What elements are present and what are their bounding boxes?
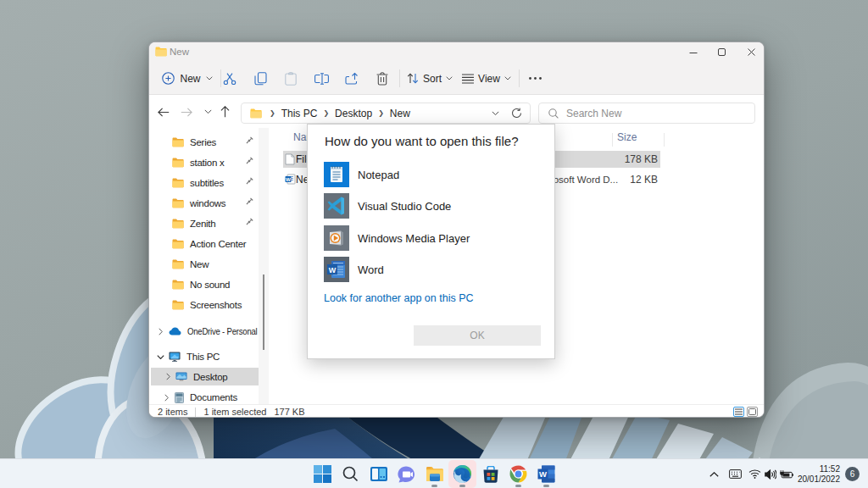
refresh-button[interactable] — [511, 108, 522, 119]
sidebar-item-series[interactable]: Series — [149, 132, 259, 152]
column-divider[interactable] — [664, 133, 665, 147]
tray-date: 20/01/2022 — [798, 474, 840, 485]
folder-icon — [172, 178, 184, 188]
sidebar-item-label: No sound — [190, 280, 230, 290]
thumbnail-view-toggle[interactable] — [747, 407, 758, 417]
chat-button[interactable] — [392, 460, 420, 488]
chevron-right-icon[interactable] — [156, 327, 164, 336]
notification-badge[interactable]: 6 — [845, 467, 860, 481]
sidebar-item-screenshots[interactable]: Screenshots — [149, 295, 259, 315]
app-option-notepad[interactable]: Notepad — [324, 162, 399, 187]
status-bar: 2 items 1 item selected 177 KB — [149, 404, 764, 418]
word-icon: W — [324, 257, 349, 282]
view-button[interactable]: View — [459, 68, 514, 89]
taskbar-clock[interactable]: 11:52 20/01/2022 — [798, 464, 840, 485]
more-options-button[interactable] — [522, 68, 548, 89]
word-taskbar-icon: W — [537, 465, 555, 483]
minimize-button[interactable] — [680, 42, 707, 62]
copy-button[interactable] — [248, 68, 272, 89]
navigation-pane: Series station x subtitles windows Zenit — [149, 128, 259, 404]
share-button[interactable] — [340, 68, 364, 89]
sidebar-item-subtitles[interactable]: subtitles — [149, 173, 259, 193]
maximize-button[interactable] — [708, 42, 735, 62]
back-button[interactable] — [156, 104, 171, 119]
sidebar-item-label: Screenshots — [190, 300, 242, 310]
chrome-button[interactable] — [504, 460, 532, 488]
item-count: 2 items — [158, 407, 187, 417]
search-button[interactable] — [337, 460, 364, 488]
volume-icon[interactable] — [764, 469, 777, 480]
wifi-icon[interactable] — [748, 469, 761, 479]
sidebar-item-windows[interactable]: windows — [149, 193, 259, 214]
app-name: Notepad — [358, 169, 399, 181]
sidebar-item-no-sound[interactable]: No sound — [149, 274, 259, 295]
sidebar-item-new[interactable]: New — [149, 254, 259, 274]
app-option-vscode[interactable]: Visual Studio Code — [324, 193, 451, 219]
folder-icon — [172, 137, 184, 147]
close-button[interactable] — [737, 42, 765, 62]
rename-button[interactable] — [309, 68, 333, 89]
svg-text:W: W — [539, 469, 547, 479]
sidebar-item-label: Desktop — [193, 372, 227, 382]
column-divider[interactable] — [612, 133, 613, 147]
cut-button[interactable] — [218, 68, 242, 89]
chevron-right-icon[interactable] — [162, 393, 170, 402]
search-box[interactable]: Search New — [538, 103, 755, 124]
window-title: New — [170, 47, 189, 57]
battery-icon[interactable] — [779, 469, 793, 479]
word-button[interactable]: W — [532, 460, 560, 488]
copy-icon — [254, 72, 267, 86]
look-for-another-app-link[interactable]: Look for another app on this PC — [324, 292, 474, 304]
sidebar-item-label: New — [190, 259, 209, 269]
delete-button[interactable] — [370, 68, 394, 89]
ellipsis-icon — [529, 77, 542, 80]
start-button[interactable] — [309, 460, 337, 488]
paste-button[interactable] — [279, 68, 303, 89]
chevron-down-icon — [504, 76, 511, 80]
sidebar-item-label: windows — [190, 198, 225, 208]
column-header-size[interactable]: Size — [617, 131, 637, 147]
rename-icon — [314, 73, 329, 85]
breadcrumb-desktop[interactable]: Desktop — [335, 108, 372, 119]
sidebar-item-label: Series — [190, 137, 216, 147]
task-view-button[interactable] — [364, 460, 392, 488]
up-button[interactable] — [217, 104, 232, 119]
edge-button[interactable] — [448, 460, 476, 488]
new-button[interactable]: New — [160, 68, 214, 89]
navigation-scrollbar[interactable] — [259, 128, 269, 404]
sort-button[interactable]: Sort — [403, 68, 456, 89]
file-size: 178 KB — [625, 153, 658, 165]
chevron-down-icon[interactable] — [156, 352, 164, 361]
touch-keyboard-icon[interactable] — [729, 469, 742, 479]
sidebar-item-action-center[interactable]: Action Center — [149, 234, 259, 254]
address-dropdown-chevron[interactable] — [492, 111, 499, 116]
selection-size: 177 KB — [274, 407, 304, 417]
window-titlebar: New — [149, 42, 764, 62]
details-view-toggle[interactable] — [733, 407, 744, 417]
command-bar: New Sort View — [149, 62, 764, 95]
toolbar-separator — [519, 69, 520, 87]
forward-button[interactable] — [179, 104, 194, 119]
sidebar-item-onedrive[interactable]: OneDrive - Personal — [149, 321, 259, 341]
store-button[interactable] — [476, 460, 504, 488]
sidebar-item-station-x[interactable]: station x — [149, 152, 259, 173]
sidebar-item-documents[interactable]: Documents — [149, 387, 259, 404]
sidebar-item-zenith[interactable]: Zenith — [149, 214, 259, 234]
file-explorer-button[interactable] — [420, 460, 448, 488]
paste-icon — [285, 72, 297, 86]
address-bar[interactable]: ❯ This PC ❯ Desktop ❯ New — [241, 103, 531, 124]
chevron-right-icon[interactable] — [164, 373, 172, 381]
app-option-word[interactable]: W Word — [324, 257, 384, 282]
ok-button[interactable]: OK — [414, 325, 541, 346]
breadcrumb-new[interactable]: New — [390, 108, 410, 119]
running-indicator — [459, 485, 465, 487]
tray-chevron-up-icon[interactable] — [709, 472, 721, 477]
recent-locations-button[interactable] — [200, 104, 215, 119]
word-file-icon: W — [285, 174, 296, 185]
breadcrumb-this-pc[interactable]: This PC — [281, 108, 318, 119]
sidebar-item-this-pc[interactable]: This PC — [149, 347, 259, 367]
scrollbar-thumb[interactable] — [263, 274, 264, 350]
location-folder-icon — [250, 108, 262, 119]
app-option-wmp[interactable]: Windows Media Player — [324, 225, 470, 251]
sidebar-item-desktop[interactable]: Desktop — [151, 368, 259, 385]
